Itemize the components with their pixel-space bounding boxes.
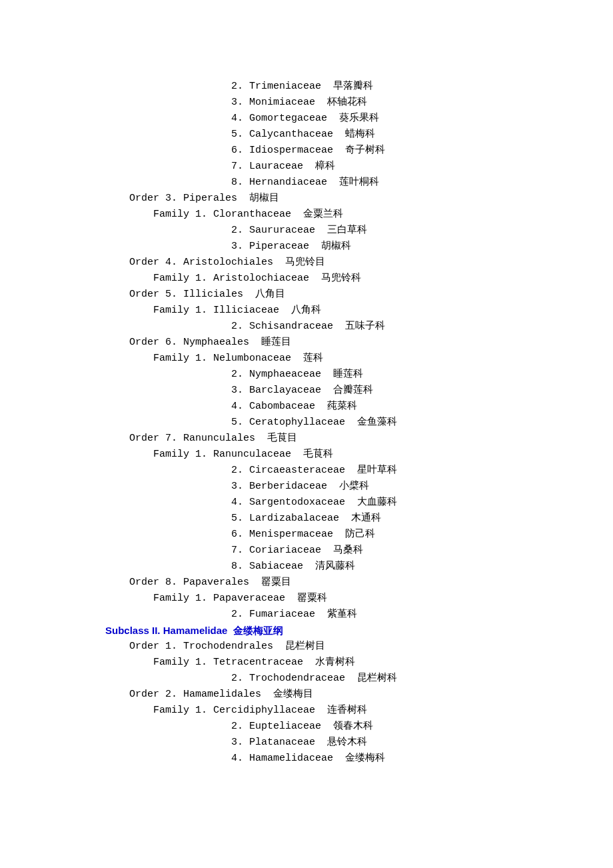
taxonomy-line: 4. Cabombaceae 莼菜科 [105, 399, 546, 415]
taxonomy-line: Order 6. Nymphaeales 睡莲目 [105, 335, 546, 351]
taxonomy-line: 3. Piperaceae 胡椒科 [105, 239, 546, 255]
taxonomy-line: 8. Hernandiaceae 莲叶桐科 [105, 175, 546, 191]
taxonomy-line: 7. Lauraceae 樟科 [105, 159, 546, 175]
taxonomy-line: 5. Ceratophyllaceae 金鱼藻科 [105, 415, 546, 431]
subclass-heading: Subclass II. Hamamelidae 金缕梅亚纲 [105, 623, 546, 639]
taxonomy-line: 3. Berberidaceae 小檗科 [105, 479, 546, 495]
taxonomy-line: Family 1. Cercidiphyllaceae 连香树科 [105, 703, 546, 719]
taxonomy-line: Family 1. Ranunculaceae 毛茛科 [105, 447, 546, 463]
document-page: 2. Trimeniaceae 早落瓣科 3. Monimiaceae 杯轴花科… [0, 0, 613, 820]
taxonomy-line: Order 1. Trochodendrales 昆栏树目 [105, 639, 546, 655]
taxonomy-line: 2. Nymphaeaceae 睡莲科 [105, 367, 546, 383]
taxonomy-line: Family 1. Cloranthaceae 金粟兰科 [105, 207, 546, 223]
taxonomy-line: Order 7. Ranunculales 毛茛目 [105, 431, 546, 447]
taxonomy-line: Order 8. Papaverales 罂粟目 [105, 575, 546, 591]
taxonomy-line: Order 3. Piperales 胡椒目 [105, 191, 546, 207]
taxonomy-line: 2. Eupteliaceae 领春木科 [105, 719, 546, 735]
taxonomy-line: 5. Lardizabalaceae 木通科 [105, 511, 546, 527]
taxonomy-line: 5. Calycanthaceae 蜡梅科 [105, 127, 546, 143]
taxonomy-line: Family 1. Illiciaceae 八角科 [105, 303, 546, 319]
taxonomy-line: Order 5. Illiciales 八角目 [105, 287, 546, 303]
taxonomy-line: Family 1. Papaveraceae 罂粟科 [105, 591, 546, 607]
taxonomy-line: 2. Circaeasteraceae 星叶草科 [105, 463, 546, 479]
taxonomy-line: Family 1. Tetracentraceae 水青树科 [105, 655, 546, 671]
taxonomy-line: 4. Gomortegaceae 葵乐果科 [105, 111, 546, 127]
taxonomy-line: 7. Coriariaceae 马桑科 [105, 543, 546, 559]
taxonomy-line: 4. Sargentodoxaceae 大血藤科 [105, 495, 546, 511]
taxonomy-line: 3. Monimiaceae 杯轴花科 [105, 95, 546, 111]
taxonomy-line: 3. Barclayaceae 合瓣莲科 [105, 383, 546, 399]
taxonomy-line: 6. Menispermaceae 防己科 [105, 527, 546, 543]
taxonomy-line: 3. Platanaceae 悬铃木科 [105, 735, 546, 751]
taxonomy-line: 2. Saururaceae 三白草科 [105, 223, 546, 239]
taxonomy-line: Family 1. Aristolochiaceae 马兜铃科 [105, 271, 546, 287]
taxonomy-line: 2. Schisandraceae 五味子科 [105, 319, 546, 335]
taxonomy-line: 4. Hamamelidaceae 金缕梅科 [105, 751, 546, 767]
taxonomy-line: Family 1. Nelumbonaceae 莲科 [105, 351, 546, 367]
taxonomy-line: Order 2. Hamamelidales 金缕梅目 [105, 687, 546, 703]
taxonomy-line: 6. Idiospermaceae 奇子树科 [105, 143, 546, 159]
taxonomy-line: 2. Trochodendraceae 昆栏树科 [105, 671, 546, 687]
taxonomy-line: 2. Trimeniaceae 早落瓣科 [105, 79, 546, 95]
taxonomy-line: Order 4. Aristolochiales 马兜铃目 [105, 255, 546, 271]
taxonomy-line: 2. Fumariaceae 紫堇科 [105, 607, 546, 623]
taxonomy-line: 8. Sabiaceae 清风藤科 [105, 559, 546, 575]
